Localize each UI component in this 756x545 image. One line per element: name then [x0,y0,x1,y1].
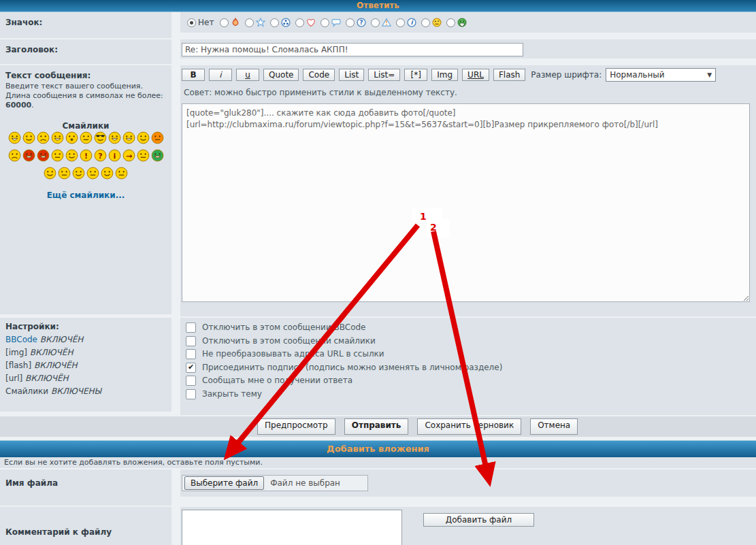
star-icon [256,18,265,27]
sign-radio-question[interactable] [346,18,355,27]
smiley-sad-icon[interactable] [37,131,50,148]
smiley-idea-icon[interactable]: i [108,149,121,166]
sign-radio-asterisk[interactable] [270,18,279,27]
option-checkbox-4[interactable]: Сообщать мне о получении ответа [180,374,756,388]
smiley-neutral-icon[interactable] [137,149,150,166]
sign-none-label: Нет [198,18,214,27]
option-checkbox-0[interactable]: Отключить в этом сообщении BBCode [180,321,756,335]
option-checkbox-1[interactable]: Отключить в этом сообщении смайлики [180,335,756,348]
font-size-select[interactable]: Нормальный ▼ [606,68,716,82]
smiley-liar-icon[interactable] [86,167,99,184]
bbcode-button-quote[interactable]: Quote [263,69,299,81]
message-textarea[interactable]: [quote="gluk280"].... скажите как сюда д… [182,103,750,302]
comment-row: Комментарий к файлу Добавить файл [0,507,756,545]
filename-row: Имя файла Выберите файл Файл не выбран [0,469,756,506]
action-button-3[interactable]: Отмена [530,418,578,435]
smiley-question-icon[interactable]: ? [94,149,107,166]
smiley-grin-icon[interactable] [8,131,21,148]
option-checkbox-5[interactable]: Закрыть тему [180,388,756,401]
checkbox-icon[interactable] [186,323,196,333]
file-input[interactable]: Выберите файл Файл не выбран [182,475,368,491]
bbcode-button-flash[interactable]: Flash [493,69,525,81]
checkbox-label: Сообщать мне о получении ответа [202,374,352,388]
smiley-cool-icon[interactable] [94,131,107,148]
smiley-smile-icon[interactable] [22,131,35,148]
smiley-arrow-icon[interactable]: → [122,149,135,166]
smiley-exclaim-icon[interactable]: ! [80,149,93,166]
smiley-cry-icon[interactable] [8,149,21,166]
sign-radio-info[interactable] [396,18,405,27]
action-button-0[interactable]: Предпросмотр [257,418,335,435]
bbcode-button-list[interactable]: List [339,69,364,81]
smiley-lol-icon[interactable] [108,131,121,148]
max-length-value: 60000 [5,101,31,110]
smiley-pray-icon[interactable] [115,167,128,184]
option-checkbox-3[interactable]: ✔Присоединить подпись (подпись можно изм… [180,361,756,375]
font-size-label: Размер шрифта: [531,70,602,80]
add-file-button[interactable]: Добавить файл [423,513,534,527]
bbcode-button-code[interactable]: Code [303,69,335,81]
smiley-wink-icon[interactable] [65,149,78,166]
attachments-title: Добавить вложения [327,444,429,454]
checkbox-icon[interactable]: ✔ [186,363,196,373]
smiley-redface-icon[interactable] [151,131,164,148]
font-size-value: Нормальный [610,70,664,80]
bbcode-button-u[interactable]: u [236,69,259,81]
message-description: Введите текст вашего сообщения. Длина со… [0,80,171,110]
sign-radio-heart[interactable] [295,18,304,27]
sign-radio-smiley[interactable] [421,18,430,27]
svg-text:!: ! [386,20,389,27]
smiley-wave-icon[interactable] [44,167,56,184]
smiley-mrgreen-icon[interactable] [151,149,164,166]
bbcode-button-i[interactable]: i [209,69,232,81]
checkbox-icon[interactable] [186,349,196,359]
smiley-biggrin-icon[interactable] [51,131,64,148]
form-actions: ПредпросмотрОтправитьСохранить черновикО… [0,416,756,437]
checkbox-label: Закрыть тему [202,388,262,401]
sign-radio-grin[interactable] [446,18,455,27]
status-state: ВКЛЮЧЁН [34,361,78,370]
status-name: [img] [5,348,27,357]
subject-input[interactable] [182,43,523,56]
action-button-1[interactable]: Отправить [344,418,409,435]
smiley-hmm-icon[interactable] [58,167,71,184]
smiley-twisted-icon[interactable] [37,149,50,166]
action-button-2[interactable]: Сохранить черновик [417,418,521,435]
sign-row: Значок: Нет ?!i [0,12,756,38]
smiley-rofl-icon[interactable] [122,131,135,148]
sign-radio-warning[interactable] [371,18,380,27]
smiley-razz-icon[interactable] [137,131,150,148]
chevron-down-icon: ▼ [707,71,712,78]
checkbox-icon[interactable] [186,336,196,346]
smiley-rolleyes-icon[interactable] [51,149,64,166]
sign-radio-star[interactable] [245,18,254,27]
status-name: [flash] [5,361,31,370]
smiley-evil-icon[interactable] [22,149,35,166]
bbcode-faq-link[interactable]: BBCode [5,335,37,344]
info-icon: i [407,18,416,27]
smiley-crossed-icon[interactable] [101,167,114,184]
sign-radio-speech[interactable] [321,18,329,27]
choose-file-button[interactable]: Выберите файл [184,476,264,490]
checkbox-label: Не преобразовывать адреса URL в ссылки [202,348,384,361]
bbcode-button-url[interactable]: URL [462,69,489,81]
smiley-razz2-icon[interactable] [72,167,85,184]
options-checkboxes: Отключить в этом сообщении BBCodeОтключи… [180,318,756,415]
svg-text:?: ? [98,152,102,161]
more-smilies-link[interactable]: Ещё смайлики... [0,191,171,200]
bbcode-button-*[interactable]: [*] [404,69,427,81]
bbcode-button-b[interactable]: B [182,69,205,81]
checkbox-icon[interactable] [186,376,196,386]
bbcode-button-img[interactable]: Img [431,69,458,81]
sign-icon-options: Нет ?!i [180,12,756,33]
sign-radio-flame[interactable] [220,18,229,27]
checkbox-icon[interactable] [186,389,196,399]
bbcode-button-list[interactable]: List= [368,69,400,81]
subject-row: Заголовок: [0,39,756,64]
option-checkbox-2[interactable]: Не преобразовывать адреса URL в ссылки [180,348,756,361]
status-state: ВКЛЮЧЁН [25,374,69,383]
smiley-confused-icon[interactable] [80,131,93,148]
comment-textarea[interactable] [182,510,402,545]
sign-radio-none[interactable] [187,18,196,27]
smiley-eek-icon[interactable] [65,131,78,148]
